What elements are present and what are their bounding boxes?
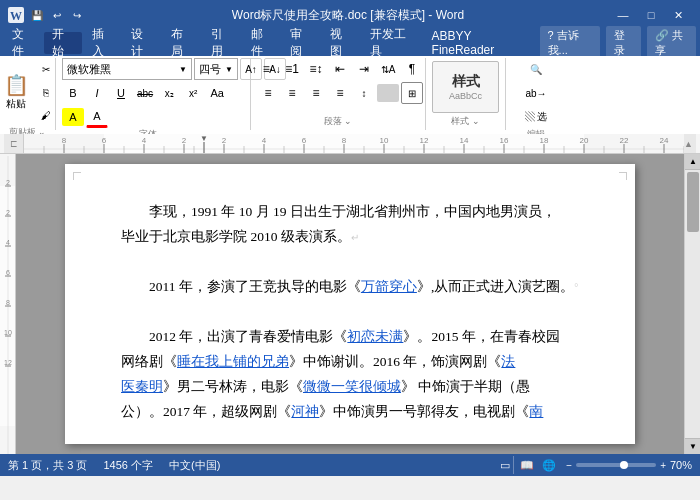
doc-para-blank bbox=[121, 250, 579, 275]
doc-para-blank2 bbox=[121, 300, 579, 325]
document-page: 李现，1991 年 10 月 19 日出生于湖北省荆州市，中国内地男演员， 毕业… bbox=[65, 164, 635, 444]
help-search-button[interactable]: ? 吉诉我... bbox=[540, 26, 600, 60]
border-button[interactable]: ⊞ bbox=[401, 82, 423, 104]
decrease-indent-button[interactable]: ⇤ bbox=[329, 58, 351, 80]
link-fa[interactable]: 法 bbox=[501, 354, 515, 369]
multilevel-button[interactable]: ≡↕ bbox=[305, 58, 327, 80]
strikethrough-button[interactable]: abc bbox=[134, 82, 156, 104]
doc-content: 李现，1991 年 10 月 19 日出生于湖北省荆州市，中国内地男演员， 毕业… bbox=[121, 200, 579, 425]
layout-read-button[interactable]: 📖 bbox=[518, 456, 536, 474]
menu-home[interactable]: 开始 bbox=[44, 32, 82, 54]
link-yiqinming[interactable]: 医秦明 bbox=[121, 379, 163, 394]
link-wanjian[interactable]: 万箭穿心 bbox=[361, 279, 417, 294]
layout-web-button[interactable]: 🌐 bbox=[540, 456, 558, 474]
align-left-button[interactable]: ≡ bbox=[257, 82, 279, 104]
zoom-thumb[interactable] bbox=[620, 461, 628, 469]
bold-button[interactable]: B bbox=[62, 82, 84, 104]
italic-button[interactable]: I bbox=[86, 82, 108, 104]
menu-review[interactable]: 审阅 bbox=[282, 32, 320, 54]
link-nan[interactable]: 南 bbox=[529, 404, 543, 419]
document-scroll[interactable]: 李现，1991 年 10 月 19 日出生于湖北省荆州市，中国内地男演员， 毕业… bbox=[16, 154, 684, 454]
svg-text:6: 6 bbox=[102, 136, 107, 145]
link-heshen[interactable]: 河神 bbox=[291, 404, 319, 419]
font-size-dropdown[interactable]: 四号 ▼ bbox=[194, 58, 238, 80]
find-button[interactable]: 🔍 bbox=[511, 58, 561, 80]
scroll-thumb[interactable] bbox=[687, 172, 699, 232]
svg-text:6: 6 bbox=[6, 269, 10, 276]
status-bar: 第 1 页，共 3 页 1456 个字 中文(中国) ▭ 📖 🌐 − + 70% bbox=[0, 454, 700, 476]
layout-print-button[interactable]: ▭ bbox=[496, 456, 514, 474]
format-painter-button[interactable]: 🖌 bbox=[35, 104, 57, 126]
menu-layout[interactable]: 布局 bbox=[163, 32, 201, 54]
copy-button[interactable]: ⎘ bbox=[35, 81, 57, 103]
minimize-button[interactable]: — bbox=[610, 5, 636, 25]
replace-button[interactable]: ab→ bbox=[511, 82, 561, 104]
font-name-dropdown[interactable]: 微软雅黑 ▼ bbox=[62, 58, 192, 80]
ruler-scale: // drawn below via static SVG 8 6 4 2 ▼ … bbox=[24, 134, 680, 153]
subscript-button[interactable]: x₂ bbox=[158, 82, 180, 104]
ruler-left-button[interactable]: ⊏ bbox=[4, 134, 24, 154]
menu-insert[interactable]: 插入 bbox=[84, 32, 122, 54]
menu-design[interactable]: 设计 bbox=[123, 32, 161, 54]
paragraph-label: 段落 ⌄ bbox=[257, 115, 419, 130]
font-color-button[interactable]: A bbox=[86, 106, 108, 128]
zoom-out-button[interactable]: − bbox=[566, 460, 572, 471]
show-marks-button[interactable]: ¶ bbox=[401, 58, 423, 80]
font-size-arrow: ▼ bbox=[225, 65, 233, 74]
word-count: 1456 个字 bbox=[103, 458, 153, 473]
font-group: 微软雅黑 ▼ 四号 ▼ A↑ A↓ B I U abc x₂ x² bbox=[56, 58, 251, 130]
quick-access-toolbar: 💾 ↩ ↪ bbox=[28, 6, 86, 24]
zoom-slider[interactable] bbox=[576, 463, 656, 467]
svg-text:W: W bbox=[10, 9, 22, 23]
align-center-button[interactable]: ≡ bbox=[281, 82, 303, 104]
window-controls: — □ ✕ bbox=[610, 5, 692, 25]
cut-button[interactable]: ✂ bbox=[35, 58, 57, 80]
numbering-button[interactable]: ≡1 bbox=[281, 58, 303, 80]
link-chulian[interactable]: 初恋未满 bbox=[347, 329, 403, 344]
sort-button[interactable]: ⇅A bbox=[377, 58, 399, 80]
ribbon: 📋 粘贴 ✂ ⎘ 🖌 剪贴板 ⌄ 微软雅黑 ▼ bbox=[0, 56, 700, 134]
title-text: Word标尺使用全攻略.doc [兼容模式] - Word bbox=[232, 7, 464, 24]
login-button[interactable]: 登录 bbox=[606, 26, 641, 60]
link-sleep[interactable]: 睡在我上铺的兄弟 bbox=[177, 354, 289, 369]
paragraph-group: ≡· ≡1 ≡↕ ⇤ ⇥ ⇅A ¶ ≡ ≡ ≡ ≡ ↕ ⊞ bbox=[251, 58, 426, 130]
menu-references[interactable]: 引用 bbox=[203, 32, 241, 54]
bullets-button[interactable]: ≡· bbox=[257, 58, 279, 80]
zoom-in-button[interactable]: + bbox=[660, 460, 666, 471]
scroll-up-button[interactable]: ▲ bbox=[685, 154, 700, 170]
maximize-button[interactable]: □ bbox=[638, 5, 664, 25]
superscript-button[interactable]: x² bbox=[182, 82, 204, 104]
doc-para-5: 网络剧《睡在我上铺的兄弟》中饰谢训。2016 年，饰演网剧《法 bbox=[121, 350, 579, 375]
vertical-scrollbar[interactable]: ▲ ▼ bbox=[684, 154, 700, 454]
menu-developer[interactable]: 开发工具 bbox=[362, 32, 422, 54]
quick-save-button[interactable]: 💾 bbox=[28, 6, 46, 24]
scroll-down-button[interactable]: ▼ bbox=[685, 438, 700, 454]
select-button[interactable]: ▧ 选 bbox=[511, 106, 561, 128]
quick-undo-button[interactable]: ↩ bbox=[48, 6, 66, 24]
page-info: 第 1 页，共 3 页 bbox=[8, 458, 87, 473]
justify-button[interactable]: ≡ bbox=[329, 82, 351, 104]
underline-button[interactable]: U bbox=[110, 82, 132, 104]
link-weiwei[interactable]: 微微一笑很倾城 bbox=[303, 379, 401, 394]
paste-button[interactable]: 📋 粘贴 bbox=[0, 71, 34, 113]
svg-text:▼: ▼ bbox=[200, 134, 208, 143]
styles-gallery[interactable]: 样式 AaBbCc bbox=[432, 61, 499, 113]
scroll-track[interactable] bbox=[685, 170, 700, 438]
align-right-button[interactable]: ≡ bbox=[305, 82, 327, 104]
menu-mailings[interactable]: 邮件 bbox=[243, 32, 281, 54]
increase-indent-button[interactable]: ⇥ bbox=[353, 58, 375, 80]
status-right: ▭ 📖 🌐 − + 70% bbox=[496, 456, 692, 474]
shading-button[interactable] bbox=[377, 84, 399, 102]
close-button[interactable]: ✕ bbox=[666, 5, 692, 25]
svg-text:14: 14 bbox=[460, 136, 469, 145]
char-shading-button[interactable]: A bbox=[62, 108, 84, 126]
share-button[interactable]: 🔗 共享 bbox=[647, 26, 697, 60]
menu-abbyy[interactable]: ABBYY FineReader bbox=[424, 32, 536, 54]
line-spacing-button[interactable]: ↕ bbox=[353, 82, 375, 104]
menu-file[interactable]: 文件 bbox=[4, 32, 42, 54]
clear-format-button[interactable]: Aa bbox=[206, 82, 228, 104]
svg-text:2: 2 bbox=[6, 209, 10, 216]
quick-redo-button[interactable]: ↪ bbox=[68, 6, 86, 24]
menu-view[interactable]: 视图 bbox=[322, 32, 360, 54]
font-name-arrow: ▼ bbox=[179, 65, 187, 74]
